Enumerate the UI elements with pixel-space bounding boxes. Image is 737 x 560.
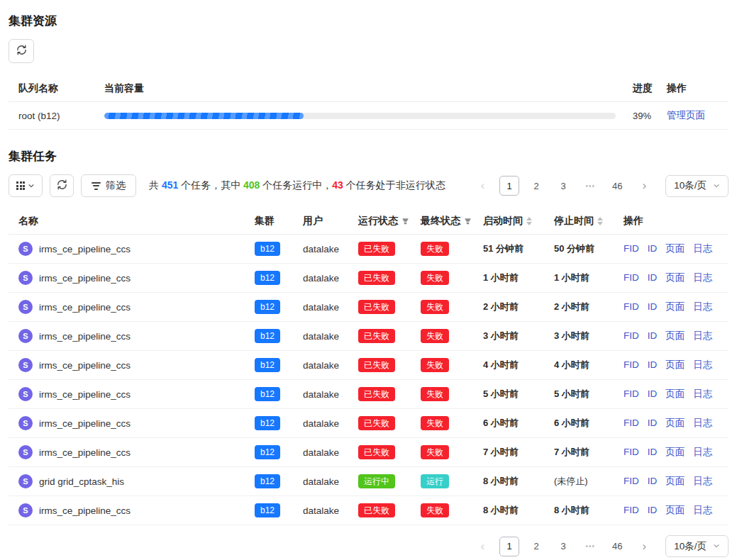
spark-avatar-icon: S <box>18 445 33 459</box>
tasks-footer: ‹123•••46› 10条/页 <box>9 535 728 557</box>
row-actions: FIDID页面日志 <box>615 438 728 467</box>
action-link-id[interactable]: ID <box>648 301 658 312</box>
start-time-cell: 4 小时前 <box>475 351 545 380</box>
action-link-fid[interactable]: FID <box>624 388 639 399</box>
action-link-页面[interactable]: 页面 <box>665 301 685 312</box>
action-link-fid[interactable]: FID <box>624 476 639 486</box>
row-actions: FIDID页面日志 <box>615 351 728 380</box>
action-link-日志[interactable]: 日志 <box>693 476 712 486</box>
total-tasks-count: 451 <box>162 179 178 191</box>
action-link-id[interactable]: ID <box>648 359 658 370</box>
col-cluster: 集群 <box>246 208 294 235</box>
manage-page-link[interactable]: 管理页面 <box>667 110 705 121</box>
col-queue-name: 队列名称 <box>9 76 96 102</box>
action-link-id[interactable]: ID <box>648 272 658 283</box>
action-link-fid[interactable]: FID <box>624 505 639 515</box>
cluster-tag: b12 <box>255 271 280 285</box>
final-status-tag: 失败 <box>421 387 449 401</box>
tasks-pagination-top: ‹123•••46› <box>472 176 654 196</box>
page-button-3[interactable]: 3 <box>553 537 573 556</box>
spark-avatar-icon: S <box>18 271 33 285</box>
filter-button[interactable]: 筛选 <box>81 174 136 197</box>
action-link-页面[interactable]: 页面 <box>665 505 685 515</box>
action-link-页面[interactable]: 页面 <box>665 447 685 457</box>
run-status-tag: 已失败 <box>358 416 395 430</box>
cluster-tag: b12 <box>255 358 280 372</box>
task-name: irms_ce_pipeline_ccs <box>39 389 131 400</box>
page-button-2[interactable]: 2 <box>526 537 546 556</box>
tasks-refresh-button[interactable] <box>50 174 74 197</box>
final-status-tag: 失败 <box>421 445 449 459</box>
run-status-tag: 已失败 <box>358 503 395 517</box>
resources-refresh-button[interactable] <box>9 39 34 63</box>
action-link-id[interactable]: ID <box>648 330 658 341</box>
user-cell: datalake <box>294 438 350 467</box>
action-link-fid[interactable]: FID <box>624 447 639 457</box>
queue-name: root (b12) <box>9 102 96 130</box>
row-actions: FIDID页面日志 <box>615 264 728 293</box>
action-link-日志[interactable]: 日志 <box>693 272 712 283</box>
capacity-progress-fill <box>104 113 304 119</box>
spark-avatar-icon: S <box>18 416 33 430</box>
tasks-pagination-bottom: ‹123•••46› <box>472 537 654 556</box>
task-name: irms_ce_pipeline_ccs <box>39 331 131 342</box>
col-stop-time[interactable]: 停止时间 <box>545 208 615 235</box>
column-settings-button[interactable] <box>9 174 43 197</box>
action-link-日志[interactable]: 日志 <box>693 301 712 312</box>
action-link-日志[interactable]: 日志 <box>693 505 712 515</box>
action-link-日志[interactable]: 日志 <box>693 330 712 341</box>
page-ellipsis: ••• <box>580 537 600 556</box>
action-link-页面[interactable]: 页面 <box>665 330 685 341</box>
page-button-2[interactable]: 2 <box>526 176 546 196</box>
action-link-页面[interactable]: 页面 <box>665 388 685 399</box>
action-link-日志[interactable]: 日志 <box>693 447 712 457</box>
action-link-id[interactable]: ID <box>648 447 658 457</box>
col-start-time[interactable]: 启动时间 <box>475 208 545 235</box>
page-button-46[interactable]: 46 <box>607 176 627 196</box>
action-link-id[interactable]: ID <box>648 505 658 515</box>
page-size-select[interactable]: 10条/页 <box>665 535 728 557</box>
action-link-日志[interactable]: 日志 <box>693 388 712 399</box>
next-page-button[interactable]: › <box>634 176 654 196</box>
user-cell: datalake <box>294 467 350 496</box>
action-link-日志[interactable]: 日志 <box>693 359 712 370</box>
action-link-fid[interactable]: FID <box>624 418 639 428</box>
table-row: S grid grid_cptask_his b12 datalake 运行中 … <box>9 467 728 496</box>
filter-funnel-icon[interactable] <box>401 218 409 225</box>
action-link-fid[interactable]: FID <box>624 330 639 341</box>
next-page-button[interactable]: › <box>634 537 654 556</box>
user-cell: datalake <box>294 496 350 525</box>
task-name-cell: S irms_ce_pipeline_ccs <box>9 322 246 351</box>
action-link-fid[interactable]: FID <box>624 359 639 370</box>
page-size-select[interactable]: 10条/页 <box>665 175 728 197</box>
run-status-tag: 已失败 <box>358 300 395 314</box>
sort-icon[interactable] <box>526 217 532 225</box>
action-link-页面[interactable]: 页面 <box>665 272 685 283</box>
action-link-id[interactable]: ID <box>648 388 658 399</box>
start-time-cell: 8 小时前 <box>475 496 545 525</box>
running-tasks-count: 408 <box>243 179 260 191</box>
page-button-46[interactable]: 46 <box>607 537 627 556</box>
final-status-tag: 失败 <box>421 416 449 430</box>
refresh-icon <box>57 179 67 192</box>
action-link-页面[interactable]: 页面 <box>665 418 685 428</box>
page: 集群资源 队列名称 当前容量 进度 操作 <box>0 0 737 560</box>
action-link-id[interactable]: ID <box>648 476 658 486</box>
filter-funnel-icon[interactable] <box>464 218 472 225</box>
task-name-cell: S irms_ce_pipeline_ccs <box>9 264 246 293</box>
row-actions: FIDID页面日志 <box>615 380 728 409</box>
action-link-日志[interactable]: 日志 <box>693 418 712 428</box>
action-link-fid[interactable]: FID <box>624 301 639 312</box>
action-link-日志[interactable]: 日志 <box>693 243 712 254</box>
sort-icon[interactable] <box>597 217 603 225</box>
action-link-fid[interactable]: FID <box>624 272 639 283</box>
action-link-id[interactable]: ID <box>648 243 658 254</box>
action-link-页面[interactable]: 页面 <box>665 476 685 486</box>
action-link-fid[interactable]: FID <box>624 243 639 254</box>
page-button-1[interactable]: 1 <box>499 176 519 196</box>
action-link-id[interactable]: ID <box>648 418 658 428</box>
action-link-页面[interactable]: 页面 <box>665 359 685 370</box>
page-button-3[interactable]: 3 <box>553 176 573 196</box>
page-button-1[interactable]: 1 <box>499 537 519 556</box>
action-link-页面[interactable]: 页面 <box>665 243 685 254</box>
